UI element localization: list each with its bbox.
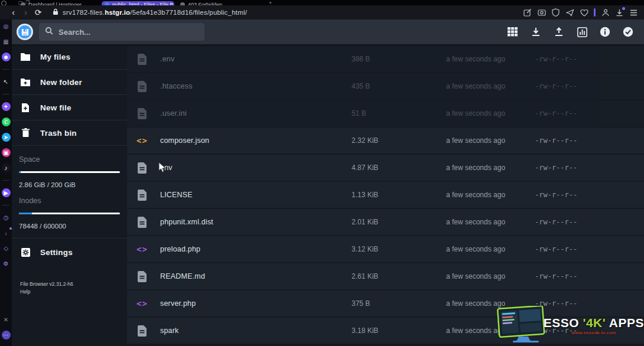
telegram-icon[interactable]: ➤ (2, 133, 11, 142)
browser-side-strip: ◎▦☻↖✦✆➤▣♪▶◷↓◇⚙✕⋯ (0, 19, 12, 346)
discord-icon[interactable]: ☻ (2, 53, 11, 61)
file-size: 51 B (352, 109, 446, 117)
extensions-icon[interactable]: ⚙ (2, 259, 11, 268)
header-actions (506, 25, 644, 38)
back-button[interactable]: ‹ (7, 8, 19, 17)
whatsapp-icon[interactable]: ✆ (2, 117, 11, 126)
file-modified: a few seconds ago (446, 245, 535, 253)
upload-icon[interactable] (552, 25, 565, 38)
edit-icon[interactable] (523, 8, 532, 17)
file-permissions: -rw-r--r-- (535, 245, 644, 253)
file-row[interactable]: README.md2.61 KiBa few seconds ago-rw-r-… (127, 263, 644, 289)
file-name: .htaccess (160, 82, 193, 90)
file-modified: a few seconds ago (446, 218, 535, 226)
inodes-progress-bar (19, 213, 120, 214)
file-name: spark (160, 327, 179, 335)
file-icon (137, 189, 147, 201)
settings-icon (20, 247, 31, 258)
file-row[interactable]: <>preload.php3.12 KiBa few seconds ago-r… (127, 236, 644, 262)
usage-icon[interactable] (575, 25, 588, 38)
file-icon (137, 270, 147, 282)
select-multiple-icon[interactable] (622, 25, 635, 38)
file-permissions: -rw-r--r-- (535, 272, 644, 280)
url-text[interactable]: srv1782-files.hstgr.io/5efa41e3b7718d16/… (63, 9, 247, 16)
file-modified: a few seconds ago (446, 191, 535, 199)
file-name: phpunit.xml.dist (160, 218, 213, 226)
heart-icon[interactable] (580, 8, 588, 17)
folder-plus-icon (20, 77, 31, 87)
file-name: env (160, 164, 173, 172)
app-header (12, 19, 644, 44)
more-icon[interactable]: ⋯ (2, 331, 11, 340)
filebrowser-logo-icon[interactable] (17, 24, 33, 40)
send-icon[interactable] (565, 8, 574, 17)
instagram-icon[interactable]: ▣ (2, 148, 11, 157)
strip-divider (2, 69, 9, 70)
sidebar-item-settings[interactable]: Settings (12, 240, 127, 265)
file-size: 3.12 KiB (352, 245, 446, 253)
file-permissions: -rw-r--r-- (535, 164, 644, 172)
lock-icon[interactable] (53, 7, 58, 18)
watermark: ESSO '4K' APPS www.esso4k-tv.com (495, 306, 644, 345)
sidebar-item-my-files[interactable]: My files (12, 44, 127, 70)
grid-view-icon[interactable] (506, 25, 519, 38)
spiral-icon[interactable]: ◎ (2, 22, 11, 31)
app-sidebar: My files New folder New file Trash bin S… (12, 44, 127, 346)
menu-icon[interactable] (629, 8, 638, 17)
file-permissions: -rw-r--r-- (535, 82, 644, 90)
player-icon[interactable]: ▶ (2, 188, 11, 197)
messenger-icon[interactable]: ✦ (2, 102, 11, 111)
file-modified: a few seconds ago (446, 109, 535, 117)
browser-url-bar: ‹ › ⟳ srv1782-files.hstgr.io/5efa41e3b77… (0, 5, 644, 19)
forward-button[interactable]: › (19, 8, 32, 17)
file-row[interactable]: <>composer.json2.32 KiBa few seconds ago… (127, 128, 644, 154)
close-icon[interactable]: ✕ (2, 315, 11, 324)
file-row[interactable]: .htaccess435 Ba few seconds ago-rw-r--r-… (127, 73, 644, 99)
file-permissions: -rw-r--r-- (535, 136, 644, 145)
sidebar-item-trash-bin[interactable]: Trash bin (12, 120, 127, 146)
info-icon[interactable] (599, 25, 612, 38)
strip-divider (2, 94, 9, 94)
file-modified: a few seconds ago (446, 55, 535, 63)
shield-icon[interactable] (551, 8, 560, 17)
file-row[interactable]: .env386 Ba few seconds ago-rw-r--r-- (127, 46, 644, 72)
watermark-site: www.esso4k-tv.com (544, 330, 644, 335)
download-icon[interactable] (529, 25, 542, 38)
file-icon (137, 216, 147, 228)
file-size: 435 B (352, 82, 446, 90)
file-size: 375 B (352, 299, 446, 308)
space-usage-value: 2.86 GiB / 200 GiB (19, 181, 120, 188)
history-icon[interactable]: ◷ (2, 213, 11, 222)
file-row[interactable]: env4.87 KiBa few seconds ago-rw-r--r-- (127, 155, 644, 181)
file-modified: a few seconds ago (446, 272, 535, 280)
reload-button[interactable]: ⟳ (32, 8, 44, 17)
browser-toolbar (523, 8, 644, 17)
sidebar-toggle-pill[interactable] (594, 8, 596, 17)
file-row[interactable]: phpunit.xml.dist2.01 KiBa few seconds ag… (127, 209, 644, 235)
file-row[interactable]: .user.ini51 Ba few seconds ago-rw-r--r-- (127, 100, 644, 126)
cube-icon[interactable]: ◇ (2, 244, 11, 253)
file-modified: a few seconds ago (446, 136, 535, 145)
code-file-icon: <> (137, 298, 147, 309)
grid-icon[interactable]: ▦ (2, 37, 11, 46)
download-icon[interactable] (615, 8, 624, 17)
cursor-tool-icon[interactable]: ↖ (2, 77, 11, 86)
help-link[interactable]: Help (20, 288, 127, 296)
trash-icon (20, 128, 31, 138)
tiktok-icon[interactable]: ♪ (2, 164, 11, 172)
snapshot-icon[interactable] (537, 8, 546, 17)
sidebar-item-new-folder[interactable]: New folder (12, 70, 127, 95)
downloads-icon[interactable]: ↓ (2, 229, 11, 237)
search-input[interactable] (58, 28, 199, 37)
search-icon (45, 27, 53, 37)
file-name: .user.ini (160, 109, 187, 117)
sidebar-item-new-file[interactable]: New file (12, 95, 127, 120)
file-name: preload.php (160, 245, 200, 253)
file-permissions: -rw-r--r-- (535, 109, 644, 117)
file-permissions: -rw-r--r-- (535, 55, 644, 63)
search-box[interactable] (39, 23, 204, 41)
file-size: 2.01 KiB (352, 218, 446, 226)
file-row[interactable]: LICENSE1.13 KiBa few seconds ago-rw-r--r… (127, 182, 644, 208)
profile-icon[interactable] (601, 8, 610, 17)
code-file-icon: <> (137, 135, 147, 146)
